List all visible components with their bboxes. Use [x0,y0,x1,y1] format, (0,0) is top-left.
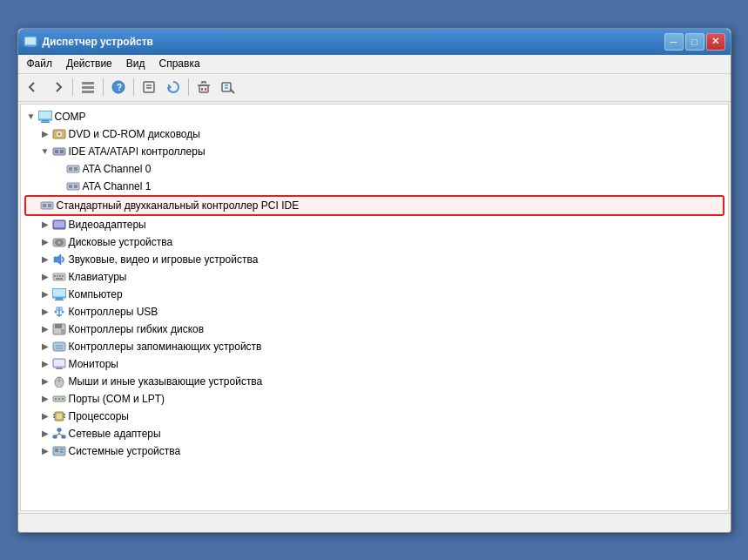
device-tree: ▼ COMP ▶ DVD и CD-ROM дисководы ▼ [20,104,729,511]
toolbar-sep-3 [133,78,134,96]
svg-marker-12 [168,84,172,91]
svg-point-58 [61,310,64,313]
svg-rect-51 [56,278,63,280]
toolbar-sep-2 [103,78,104,96]
list-item[interactable]: ▶ Процессоры [24,408,724,425]
menu-action[interactable]: Действие [61,56,118,71]
list-item[interactable]: ▶ Компьютер [24,286,724,303]
list-item[interactable]: ▶ Мониторы [24,355,724,373]
view-list-button[interactable] [77,76,99,98]
expand-icon: ▶ [38,443,52,459]
uninstall-button[interactable] [192,76,215,98]
ata-channel-icon [66,162,80,176]
list-item[interactable]: ▶ Порты (COM и LPT) [24,390,724,408]
expand-icon: ▶ [38,287,52,302]
video-icon [52,218,66,232]
network-icon [52,427,66,441]
root-expand-icon: ▼ [24,109,38,125]
list-item[interactable]: ▶ Контроллеры гибких дисков [24,320,724,338]
list-item[interactable]: ▶ Звуковые, видео и игровые устройства [24,251,724,268]
list-item[interactable]: ATA Channel 0 [24,160,724,178]
expand-icon: ▶ [38,408,52,424]
list-item[interactable]: ▶ Дисковые устройства [24,233,724,251]
ata-channel1-icon [66,179,80,193]
back-button[interactable] [22,76,44,98]
device-manager-window: Диспетчер устройств ─ □ ✕ Файл Действие … [17,28,731,533]
ata1-label: ATA Channel 1 [83,179,152,194]
svg-rect-6 [82,91,94,93]
expand-icon: ▶ [38,374,52,389]
pci-ide-controller-item[interactable]: Стандартный двухканальный контроллер PCI… [24,195,724,216]
video-label: Видеоадаптеры [69,217,146,233]
forward-button[interactable] [46,76,69,98]
keyboard-label: Клавиатуры [69,269,127,285]
storage-label: Контроллеры запоминающих устройств [69,339,262,354]
svg-rect-39 [48,204,51,207]
properties-button[interactable] [138,76,160,98]
svg-rect-3 [28,46,33,47]
svg-rect-82 [57,428,61,431]
list-item[interactable]: ▶ DVD и CD-ROM дисководы [24,125,724,143]
expand-icon [52,179,66,194]
svg-rect-60 [55,324,62,328]
mouse-label: Мыши и иные указывающие устройства [69,374,263,389]
svg-point-57 [54,310,57,313]
title-bar-left: Диспетчер устройств [24,35,153,49]
list-item[interactable]: ▶ Сетевые адаптеры [24,425,724,442]
minimize-button[interactable]: ─ [664,33,684,51]
svg-rect-41 [54,221,64,227]
toolbar-sep-1 [72,78,73,96]
svg-rect-38 [43,204,46,207]
svg-rect-9 [144,82,154,92]
svg-rect-67 [57,368,62,368]
ports-icon [52,392,66,406]
menu-file[interactable]: Файл [22,56,58,71]
list-item[interactable]: ▶ Системные устройства [24,442,724,460]
menu-help[interactable]: Справка [154,56,206,71]
svg-rect-48 [57,275,58,277]
list-item[interactable]: ▼ IDE ATA/ATAPI контроллеры [24,143,724,160]
root-computer-icon [38,110,52,124]
scan-hardware-button[interactable] [217,76,239,98]
svg-rect-50 [62,275,64,277]
expand-icon [52,161,66,177]
window-icon [24,35,37,49]
svg-rect-61 [61,329,65,334]
list-item[interactable]: ATA Channel 1 [24,178,724,195]
svg-rect-1 [25,37,36,44]
cpu-icon [52,409,66,423]
svg-rect-24 [41,121,50,123]
svg-rect-2 [24,45,37,46]
list-item[interactable]: ▶ Контроллеры запоминающих устройств [24,338,724,355]
svg-text:?: ? [117,83,122,92]
close-button[interactable]: ✕ [706,33,725,51]
expand-icon: ▶ [38,304,52,320]
svg-point-27 [57,132,60,135]
svg-rect-66 [54,360,64,366]
tree-root[interactable]: ▼ COMP [24,108,724,125]
maximize-button[interactable]: □ [685,33,704,51]
expand-icon: ▶ [38,126,52,142]
list-item[interactable]: ▶ Видеоадаптеры [24,216,724,233]
usb-label: Контроллеры USB [69,304,158,320]
svg-rect-17 [222,83,231,91]
keyboard-icon [52,270,66,284]
svg-rect-55 [55,299,64,300]
sound-label: Звуковые, видео и игровые устройства [69,252,259,267]
svg-rect-53 [53,289,65,296]
menu-view[interactable]: Вид [121,56,151,71]
list-item[interactable]: ▶ Контроллеры USB [24,303,724,320]
status-bar [18,513,731,532]
list-item[interactable]: ▶ Мыши и иные указывающие устройства [24,373,724,390]
monitor-label: Мониторы [69,356,118,372]
help-button[interactable]: ? [107,76,130,98]
dvd-label: DVD и CD-ROM дисководы [69,126,200,142]
computer-label: Компьютер [69,287,123,302]
cpu-label: Процессоры [69,408,130,424]
expand-icon: ▶ [38,426,52,442]
update-driver-button[interactable] [162,76,185,98]
svg-rect-36 [74,185,77,188]
list-item[interactable]: ▶ Клавиатуры [24,268,724,286]
network-label: Сетевые адаптеры [69,426,161,442]
svg-point-73 [55,398,57,400]
